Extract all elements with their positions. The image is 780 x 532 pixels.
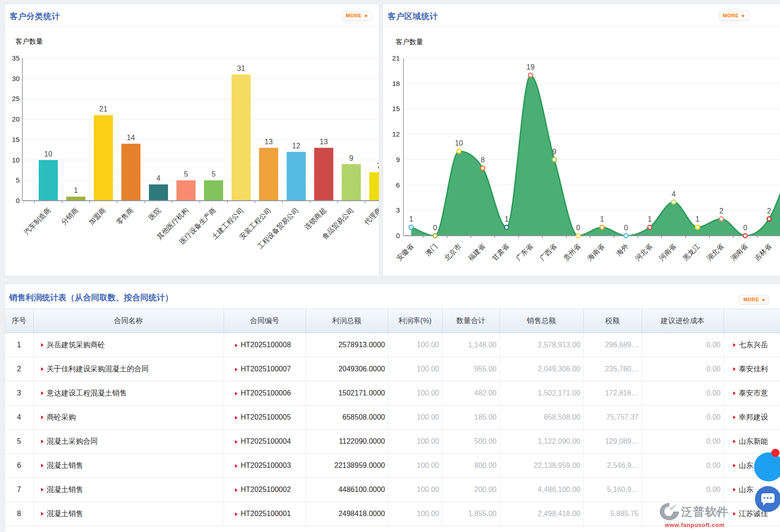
x-axis-label: 海南省 [586, 242, 606, 262]
cell-tax: 235,760… [583, 357, 642, 381]
customer-link[interactable]: 泰安市意 [739, 389, 768, 397]
cell-profit: 2578913.0000 [306, 333, 388, 357]
name-link[interactable]: 关于佳利建设采购混凝土的合同 [47, 365, 149, 373]
cell-sales: 1,502,171.00 [500, 381, 583, 405]
data-point-福建省 [481, 166, 485, 170]
data-point-甘肃省 [505, 225, 509, 229]
svg-text:0: 0 [433, 224, 437, 232]
link-arrow-icon [733, 415, 736, 419]
code-link[interactable]: HT2025100005 [241, 413, 291, 421]
name-link[interactable]: 混凝土销售 [47, 510, 83, 517]
cell-qty: 1,148.00 [442, 333, 500, 357]
cell-qty: 955.00 [442, 357, 500, 381]
x-axis-label: 零售商 [115, 206, 135, 226]
code-link[interactable]: HT2025100007 [241, 365, 291, 373]
more-label: MORE [723, 13, 739, 18]
bar-代理商 [369, 172, 379, 201]
data-point-安徽省 [409, 225, 413, 229]
code-link[interactable]: HT2025100002 [241, 486, 291, 493]
name-link[interactable]: 商砼采购 [47, 413, 76, 421]
cell-code: HT2025100006 [224, 381, 306, 405]
cell-no: 7 [5, 478, 33, 502]
cell-profit: 1502171.0000 [306, 381, 388, 405]
chat-bubble-icon [761, 493, 775, 503]
code-link[interactable]: HT2025100006 [241, 389, 291, 397]
bar-汽车制造商 [39, 160, 58, 201]
bar-零售商 [122, 144, 141, 201]
cell-tax: 75,757.37 [583, 405, 642, 430]
svg-text:2: 2 [767, 207, 771, 215]
svg-text:4: 4 [157, 174, 161, 182]
customer-link[interactable]: 幸邦建设 [739, 413, 768, 421]
more-button[interactable]: MORE ▶ [739, 295, 769, 304]
x-axis-label: 加盟商 [87, 206, 107, 226]
x-axis-label: 贵州省 [562, 242, 582, 262]
svg-text:1: 1 [695, 215, 699, 223]
column-header-rate: 利润率(%) [388, 309, 442, 333]
link-arrow-icon [235, 512, 238, 516]
data-point-河北省 [648, 225, 652, 229]
code-link[interactable]: HT2025100003 [241, 461, 291, 469]
cell-no: 4 [5, 405, 33, 430]
bar-加盟商 [94, 115, 113, 201]
code-link[interactable]: HT2025100001 [241, 510, 291, 517]
link-arrow-icon [733, 367, 736, 371]
bar-连锁商超 [314, 148, 333, 201]
panel-header: 客户分类统计 MORE ▶ [5, 4, 379, 27]
link-arrow-icon [41, 343, 44, 347]
svg-text:15: 15 [392, 105, 400, 112]
link-arrow-icon [41, 391, 44, 395]
code-link[interactable]: HT2025100004 [241, 437, 291, 445]
panel-title: 客户分类统计 [10, 11, 60, 22]
bar-分销商 [66, 197, 86, 201]
cell-code: HT2025100005 [224, 405, 306, 430]
customer-link[interactable]: 山东新能 [739, 437, 768, 445]
svg-text:客户数量: 客户数量 [396, 38, 423, 46]
svg-text:9: 9 [349, 154, 353, 162]
cell-sales: 2,049,306.00 [500, 357, 583, 381]
cell-customer: 泰安佳利 [724, 357, 780, 381]
column-header-name: 合同名称 [33, 309, 224, 333]
link-arrow-icon [41, 440, 44, 443]
name-link[interactable]: 混凝土销售 [47, 486, 83, 493]
svg-text:10: 10 [455, 139, 463, 147]
customer-link[interactable]: 七东兴岳 [739, 341, 768, 349]
name-link[interactable]: 兴岳建筑采购商砼 [47, 341, 105, 349]
svg-text:0: 0 [16, 197, 20, 204]
customer-link[interactable]: 山东 [739, 486, 754, 493]
name-link[interactable]: 混凝土采购合同 [47, 437, 98, 445]
cell-name: 混凝土销售 [33, 478, 224, 502]
svg-text:9: 9 [552, 148, 556, 156]
svg-text:5: 5 [184, 170, 188, 178]
name-link[interactable]: 混凝土销售 [47, 461, 83, 469]
svg-text:0: 0 [743, 224, 747, 232]
column-header-qty: 数量合计 [442, 309, 500, 333]
table-header-row: 序号合同名称合同编号利润总额利润率(%)数量合计销售总额税额建议进价成本 [5, 309, 780, 333]
name-link[interactable]: 意达建设工程混凝土销售 [47, 389, 127, 397]
more-button[interactable]: MORE ▶ [342, 11, 372, 20]
customer-link[interactable]: 山东 [739, 461, 754, 469]
svg-text:10: 10 [12, 156, 20, 164]
link-arrow-icon [733, 440, 736, 443]
x-axis-label: 分销商 [60, 206, 80, 226]
link-arrow-icon [41, 367, 44, 371]
x-axis-label: 湖南省 [729, 242, 749, 262]
bar-医院 [149, 184, 168, 201]
cell-customer: 七东兴岳 [724, 333, 780, 357]
more-button[interactable]: MORE ▶ [719, 11, 749, 20]
data-point-河南省 [672, 200, 676, 204]
customer-link[interactable]: 泰安佳利 [739, 365, 768, 373]
link-arrow-icon [733, 343, 736, 347]
bar-土建工程公司 [232, 75, 251, 201]
cell-tax: 129,089… [583, 430, 642, 454]
cell-tax: 296,689… [583, 333, 642, 357]
code-link[interactable]: HT2025100008 [241, 341, 291, 349]
cell-sales: 1,122,090.00 [500, 430, 583, 454]
column-header-no: 序号 [5, 309, 33, 333]
svg-text:21: 21 [392, 54, 400, 62]
cell-profit: 2049306.0000 [306, 357, 388, 381]
chat-button[interactable] [755, 486, 780, 512]
cell-customer: 幸邦建设 [724, 405, 780, 430]
cell-cost: 0.00 [642, 454, 724, 478]
cell-tax: 5,160,9… [583, 478, 642, 502]
